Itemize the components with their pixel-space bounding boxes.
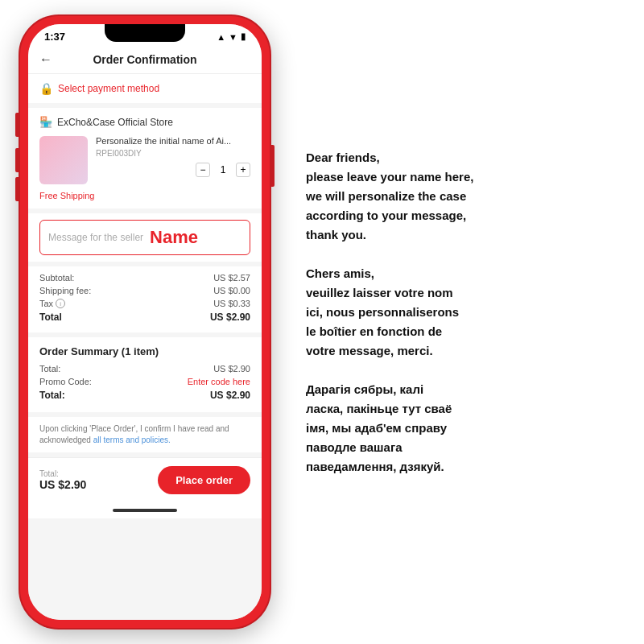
summary-total-row: Total: US $2.90 <box>39 364 250 374</box>
qty-value: 1 <box>217 164 229 175</box>
phone-screen: 1:37 ▲ ▼ ▮ ← Order Confirmation <box>28 24 262 620</box>
total-label: Total <box>39 312 62 323</box>
summary-final-label: Total: <box>39 390 65 401</box>
summary-total-label: Total: <box>39 364 60 374</box>
tax-value: US $0.33 <box>213 299 250 308</box>
product-image <box>39 136 88 184</box>
phone-body: 1:37 ▲ ▼ ▮ ← Order Confirmation <box>20 16 270 628</box>
promo-row: Promo Code: Enter code here <box>39 377 250 386</box>
status-icons: ▲ ▼ ▮ <box>217 31 246 42</box>
battery-icon: ▮ <box>241 31 246 42</box>
total-value: US $2.90 <box>210 312 250 323</box>
subtotal-value: US $2.57 <box>213 273 250 283</box>
payment-section: 🔒 Select payment method <box>28 74 262 103</box>
free-shipping: Free Shipping <box>39 191 250 200</box>
store-row: 🏪 ExCho&Case Official Store <box>39 116 250 128</box>
payment-label: Select payment method <box>58 83 159 94</box>
product-name: Personalize the initial name of Ai... <box>96 136 250 146</box>
payment-row[interactable]: 🔒 Select payment method <box>39 82 250 95</box>
message-placeholder: Message for the seller <box>48 232 143 243</box>
qty-row: − 1 + <box>96 163 250 177</box>
app-content: 🔒 Select payment method 🏪 ExCho&Case Off… <box>28 74 262 620</box>
belarusian-text: Дарагія сябры, калі ласка, пакіньце тут … <box>306 380 628 477</box>
phone-notch <box>105 24 185 42</box>
shipping-value: US $0.00 <box>213 286 250 295</box>
order-summary-title: Order Summary (1 item) <box>39 345 250 357</box>
app-header: ← Order Confirmation <box>28 46 262 74</box>
french-block: Chers amis, veuillez laisser votre nom i… <box>306 264 628 361</box>
subtotal-label: Subtotal: <box>39 273 74 283</box>
bottom-total-amount: US $2.90 <box>39 478 86 491</box>
product-row: Personalize the initial name of Ai... RP… <box>39 136 250 184</box>
tax-label: Tax i <box>39 299 65 308</box>
pricing-section: Subtotal: US $2.57 Shipping fee: US $0.0… <box>28 266 262 332</box>
summary-final-value: US $2.90 <box>210 390 250 401</box>
message-input-wrapper[interactable]: Message for the seller Name <box>39 220 250 255</box>
summary-final-row: Total: US $2.90 <box>39 390 250 401</box>
promo-label: Promo Code: <box>39 377 92 386</box>
bottom-total-label: Total: <box>39 469 86 478</box>
terms-text: Upon clicking 'Place Order', I confirm I… <box>39 423 250 446</box>
shipping-label: Shipping fee: <box>39 286 91 295</box>
english-text: Dear friends, please leave your name her… <box>306 148 628 245</box>
place-order-button[interactable]: Place order <box>158 466 250 494</box>
summary-total-value: US $2.90 <box>213 364 250 374</box>
bottom-bar: Total: US $2.90 Place order <box>28 457 262 502</box>
product-sku: RPEI003DIY <box>96 149 250 158</box>
page-title: Order Confirmation <box>59 53 231 66</box>
subtotal-row: Subtotal: US $2.57 <box>39 273 250 283</box>
status-time: 1:37 <box>44 31 65 43</box>
qty-plus-button[interactable]: + <box>236 163 250 177</box>
belarusian-block: Дарагія сябры, калі ласка, пакіньце тут … <box>306 380 628 477</box>
promo-link[interactable]: Enter code here <box>188 377 250 386</box>
phone-mockup: 1:37 ▲ ▼ ▮ ← Order Confirmation <box>8 8 282 636</box>
payment-icon: 🔒 <box>39 82 53 95</box>
product-info: Personalize the initial name of Ai... RP… <box>96 136 250 177</box>
french-text: Chers amis, veuillez laisser votre nom i… <box>306 264 628 361</box>
message-section: Message for the seller Name <box>28 213 262 262</box>
instructions-panel: Dear friends, please leave your name her… <box>282 132 644 512</box>
wifi-icon: ▼ <box>229 32 237 42</box>
tax-info-icon[interactable]: i <box>56 299 65 308</box>
back-button[interactable]: ← <box>39 52 52 67</box>
terms-section: Upon clicking 'Place Order', I confirm I… <box>28 417 262 452</box>
bottom-total: Total: US $2.90 <box>39 469 86 491</box>
total-row: Total US $2.90 <box>39 312 250 323</box>
english-block: Dear friends, please leave your name her… <box>306 148 628 245</box>
terms-link[interactable]: all terms and policies. <box>93 436 171 444</box>
store-icon: 🏪 <box>39 116 52 128</box>
signal-icon: ▲ <box>217 32 225 42</box>
shipping-row: Shipping fee: US $0.00 <box>39 286 250 295</box>
home-bar <box>113 509 177 512</box>
tax-row: Tax i US $0.33 <box>39 299 250 308</box>
order-summary-section: Order Summary (1 item) Total: US $2.90 P… <box>28 337 262 412</box>
home-indicator <box>28 502 262 518</box>
qty-minus-button[interactable]: − <box>196 163 210 177</box>
store-name: ExCho&Case Official Store <box>57 117 173 128</box>
product-section: 🏪 ExCho&Case Official Store Personalize … <box>28 108 262 208</box>
message-name-hint: Name <box>150 227 198 248</box>
